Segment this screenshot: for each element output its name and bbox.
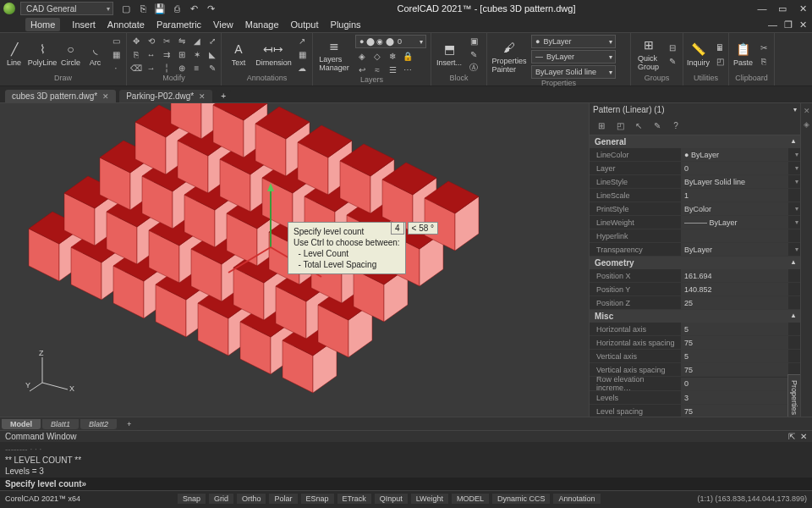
prop-levels[interactable]: 3: [681, 391, 788, 404]
layer-off-icon[interactable]: ◇: [370, 50, 384, 62]
redo-icon[interactable]: ↷: [205, 3, 217, 14]
status-lweight[interactable]: LWeight: [411, 494, 448, 504]
close-icon[interactable]: ✕: [797, 3, 809, 14]
layer-walk-icon[interactable]: ☰: [386, 64, 399, 75]
paste-button[interactable]: 📋Paste: [732, 35, 754, 74]
new-doc-tab[interactable]: +: [216, 90, 231, 102]
status-qinput[interactable]: QInput: [375, 494, 408, 504]
tab-annotate[interactable]: Annotate: [107, 19, 145, 30]
block-edit-icon[interactable]: ✎: [467, 48, 480, 60]
doc-tab-cubes[interactable]: cubes 3D pattern.dwg*✕: [5, 90, 116, 102]
prop-h-axis[interactable]: 5: [681, 323, 788, 335]
properties-painter-button[interactable]: 🖌Properties Painter: [491, 37, 528, 76]
pp-section-geometry[interactable]: Geometry: [590, 257, 800, 269]
pp-section-misc[interactable]: Misc: [590, 310, 800, 323]
copy-clip-icon[interactable]: ⎘: [757, 55, 771, 67]
table-icon[interactable]: ▦: [295, 48, 309, 60]
group-edit-icon[interactable]: ✎: [666, 55, 679, 67]
prop-v-spacing[interactable]: 75: [681, 363, 788, 376]
pp-pick-icon[interactable]: ↖: [632, 119, 645, 132]
prop-v-axis[interactable]: 5: [681, 350, 788, 362]
calc-icon[interactable]: 🖩: [713, 41, 727, 53]
open-icon[interactable]: ⎘: [137, 3, 149, 14]
pp-section-general[interactable]: General: [590, 135, 800, 148]
lineweight-combo[interactable]: — ByLayer: [531, 50, 616, 64]
viewport-3d[interactable]: Specify level count Use Ctrl to choose b…: [0, 103, 589, 417]
point-icon[interactable]: ·: [109, 62, 123, 74]
leader-icon[interactable]: ↗: [295, 35, 309, 47]
layers-manager-button[interactable]: ≣Layers Manager: [316, 36, 352, 75]
edit-icon[interactable]: ✎: [206, 62, 219, 74]
prop-printstyle[interactable]: ByColor: [681, 202, 788, 215]
color-combo[interactable]: ● ByLayer: [531, 35, 616, 48]
tab-manage[interactable]: Manage: [245, 19, 279, 30]
status-esnap[interactable]: ESnap: [301, 494, 334, 504]
linetype-combo[interactable]: ByLayer Solid line: [531, 65, 616, 79]
save-icon[interactable]: 💾: [154, 3, 166, 14]
dynamic-input[interactable]: 4 < 58 °: [391, 222, 438, 235]
new-icon[interactable]: ▢: [120, 3, 132, 14]
undo-icon[interactable]: ↶: [188, 3, 200, 14]
prop-pos-z[interactable]: 25: [681, 296, 788, 309]
dynamic-input-count[interactable]: 4: [391, 222, 404, 235]
inquiry-button[interactable]: 📏Inquiry: [687, 35, 710, 74]
status-snap[interactable]: Snap: [178, 494, 206, 504]
doc-tab-parking[interactable]: Parking-P02.dwg*✕: [119, 90, 212, 102]
prop-linecolor[interactable]: ● ByLayer: [681, 148, 788, 161]
layout-tab-blatt1[interactable]: Blatt1: [42, 419, 79, 429]
pp-help-icon[interactable]: ?: [669, 119, 683, 132]
layer-iso-icon[interactable]: ◈: [355, 50, 369, 62]
dimension-button[interactable]: ↤↦Dimension: [255, 35, 292, 74]
status-dccs[interactable]: Dynamic CCS: [492, 494, 551, 504]
doc-close-icon[interactable]: ✕: [799, 19, 807, 30]
ungroup-icon[interactable]: ⊟: [666, 41, 679, 53]
print-icon[interactable]: ⎙: [171, 3, 183, 14]
tab-insert[interactable]: Insert: [72, 19, 96, 30]
chamfer-icon[interactable]: ◣: [206, 48, 219, 60]
cut-icon[interactable]: ✂: [757, 41, 771, 53]
layout-tab-add[interactable]: +: [118, 419, 140, 429]
text-button[interactable]: AText: [225, 35, 252, 74]
dynamic-input-angle[interactable]: < 58 °: [408, 222, 439, 235]
status-ortho[interactable]: Ortho: [237, 494, 266, 504]
cmd-close-icon[interactable]: ✕: [800, 432, 807, 441]
layout-tab-blatt2[interactable]: Blatt2: [80, 419, 117, 429]
trim-icon[interactable]: ✂: [160, 35, 173, 47]
gutter-pin-icon[interactable]: ◈: [804, 120, 809, 129]
mirror-icon[interactable]: ⇋: [175, 35, 189, 47]
tab-view[interactable]: View: [213, 19, 233, 30]
cmd-pin-icon[interactable]: ⇱: [788, 432, 795, 441]
tab-parametric[interactable]: Parametric: [156, 19, 201, 30]
move-icon[interactable]: ✥: [129, 35, 143, 47]
status-etrack[interactable]: ETrack: [337, 494, 371, 504]
circle-button[interactable]: ○Circle: [60, 35, 81, 74]
extend-icon[interactable]: →: [145, 62, 158, 74]
cloud-icon[interactable]: ☁: [295, 62, 309, 74]
scale-icon[interactable]: ⤢: [206, 35, 219, 47]
polyline-button[interactable]: ⌇PolyLine: [28, 35, 57, 74]
close-tab-icon[interactable]: ✕: [102, 92, 109, 101]
fillet-icon[interactable]: ◢: [190, 35, 204, 47]
copy-icon[interactable]: ⎘: [129, 48, 143, 60]
pp-quick-select-icon[interactable]: ⊞: [595, 119, 608, 132]
prop-hyperlink[interactable]: [681, 229, 788, 242]
status-polar[interactable]: Polar: [269, 494, 297, 504]
prop-level-spacing[interactable]: 75: [681, 405, 788, 417]
layout-tab-model[interactable]: Model: [2, 419, 41, 429]
properties-vertical-tab[interactable]: Properties: [787, 374, 800, 417]
quick-group-button[interactable]: ⊞Quick Group: [634, 35, 662, 74]
insert-block-button[interactable]: ⬒Insert...: [435, 35, 464, 74]
erase-icon[interactable]: ⌫: [129, 62, 143, 74]
properties-entity-combo[interactable]: Pattern (Linear) (1): [590, 103, 800, 116]
layer-lock-icon[interactable]: 🔒: [401, 50, 414, 62]
layer-match-icon[interactable]: ≈: [370, 64, 384, 75]
block-attr-icon[interactable]: Ⓐ: [467, 62, 480, 74]
line-button[interactable]: ╱Line: [3, 35, 25, 74]
prop-layer[interactable]: 0: [681, 162, 788, 174]
workspace-combo[interactable]: CAD General: [20, 2, 113, 15]
array-icon[interactable]: ⊞: [175, 48, 189, 60]
rotate-icon[interactable]: ⟲: [145, 35, 158, 47]
status-model[interactable]: MODEL: [452, 494, 489, 504]
tab-plugins[interactable]: Plugins: [331, 19, 361, 30]
join-icon[interactable]: ⊕: [175, 62, 189, 74]
